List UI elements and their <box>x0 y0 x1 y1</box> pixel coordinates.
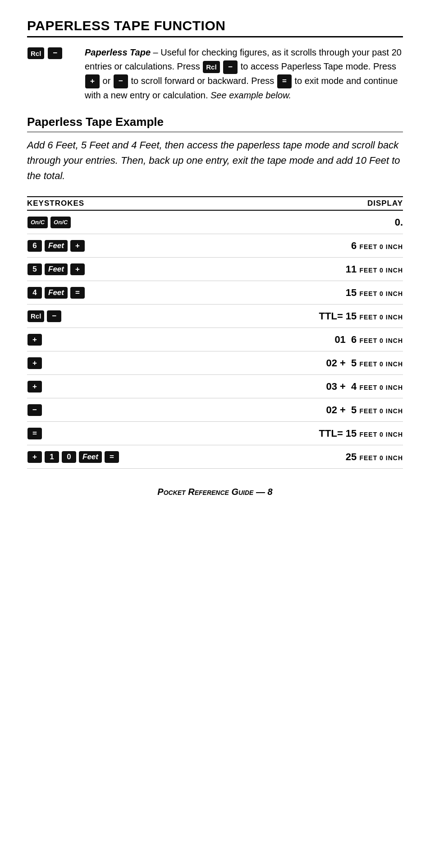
row-display: 03 + 4 FEET 0 INCH <box>153 381 403 392</box>
footer: Pocket Reference Guide — 8 <box>27 487 403 497</box>
table-row: + 01 6 FEET 0 INCH <box>27 328 403 351</box>
feet-key: Feet <box>79 451 102 463</box>
desc-eq-key <box>223 60 238 74</box>
feet-key: Feet <box>45 240 68 252</box>
footer-text: Pocket Reference Guide — 8 <box>157 487 272 497</box>
row-display: 6 FEET 0 INCH <box>153 240 403 252</box>
plus-key: + <box>27 451 42 463</box>
num-1-key: 1 <box>45 451 59 463</box>
equals-key <box>27 428 42 439</box>
subsection-title: Paperless Tape Example <box>27 115 403 129</box>
num-6-key: 6 <box>27 240 42 252</box>
desc-text3: to scroll forward or backward. Press <box>131 76 274 86</box>
row-keys: 6 Feet + <box>27 240 153 252</box>
row-display: 15 FEET 0 INCH <box>153 287 403 299</box>
row-display: 02 + 5 FEET 0 INCH <box>153 404 403 416</box>
desc-equals-key <box>277 74 292 88</box>
table-row: 5 Feet + 11 FEET 0 INCH <box>27 258 403 281</box>
plus-key: + <box>27 334 42 346</box>
onc-key-2 <box>50 217 71 228</box>
sub-divider <box>27 132 403 132</box>
row-keys <box>27 310 153 322</box>
desc-italic: See example below. <box>210 90 291 100</box>
plus-key: + <box>70 240 85 252</box>
minus-key <box>48 47 62 59</box>
rcl-key <box>27 47 44 59</box>
row-keys <box>27 404 153 416</box>
row-keys: + <box>27 334 153 346</box>
rcl-key <box>27 310 44 322</box>
row-display: 11 FEET 0 INCH <box>153 263 403 275</box>
desc-plus-key: + <box>85 74 100 88</box>
onc-key-1 <box>27 217 48 228</box>
example-text: Add 6 Feet, 5 Feet and 4 Feet, then acce… <box>27 138 403 184</box>
minus-key <box>47 310 61 322</box>
row-display: TTL= 15 FEET 0 INCH <box>153 310 403 322</box>
equals-key <box>105 451 119 463</box>
equals-key <box>70 287 85 299</box>
row-keys <box>27 428 153 439</box>
plus-key: + <box>27 357 42 369</box>
header-keystrokes: KEYSTROKES <box>27 199 84 208</box>
table-row: + 1 0 Feet 25 FEET 0 INCH <box>27 445 403 469</box>
function-section: Paperless Tape – Useful for checking fig… <box>27 46 403 102</box>
table-row: 6 Feet + 6 FEET 0 INCH <box>27 234 403 258</box>
row-keys: + 1 0 Feet <box>27 451 153 463</box>
keystroke-table: KEYSTROKES DISPLAY 0. 6 Feet + 6 FEET 0 … <box>27 196 403 469</box>
row-display: 25 FEET 0 INCH <box>153 451 403 463</box>
row-display: TTL= 15 FEET 0 INCH <box>153 428 403 439</box>
page-title: PAPERLESS TAPE FUNCTION <box>27 18 403 33</box>
table-row: TTL= 15 FEET 0 INCH <box>27 422 403 445</box>
table-row: TTL= 15 FEET 0 INCH <box>27 305 403 328</box>
plus-key: + <box>70 263 85 275</box>
num-4-key: 4 <box>27 287 42 299</box>
header-display: DISPLAY <box>367 199 403 208</box>
table-row: 4 Feet 15 FEET 0 INCH <box>27 281 403 305</box>
row-keys <box>27 217 153 228</box>
function-description: Paperless Tape – Useful for checking fig… <box>85 46 403 102</box>
row-display: 01 6 FEET 0 INCH <box>153 334 403 346</box>
desc-text2: to access Paperless Tape mode. Press <box>241 61 396 71</box>
row-keys: 4 Feet <box>27 287 153 299</box>
table-row: + 02 + 5 FEET 0 INCH <box>27 351 403 375</box>
plus-key: + <box>27 381 42 392</box>
num-0-key: 0 <box>62 451 76 463</box>
row-display: 0. <box>153 217 403 228</box>
row-keys: + <box>27 357 153 369</box>
function-title: Paperless Tape <box>85 47 151 57</box>
minus-key <box>27 404 42 416</box>
feet-key: Feet <box>45 263 68 275</box>
row-display: 02 + 5 FEET 0 INCH <box>153 357 403 369</box>
row-keys: 5 Feet + <box>27 263 153 275</box>
desc-or: or <box>103 76 111 86</box>
row-keys: + <box>27 381 153 392</box>
table-row: 0. <box>27 211 403 234</box>
table-row: 02 + 5 FEET 0 INCH <box>27 398 403 422</box>
main-divider <box>27 36 403 37</box>
function-keys <box>27 46 72 102</box>
table-row: + 03 + 4 FEET 0 INCH <box>27 375 403 398</box>
table-header: KEYSTROKES DISPLAY <box>27 196 403 211</box>
feet-key: Feet <box>45 287 68 299</box>
desc-minus-key2 <box>114 74 128 88</box>
num-5-key: 5 <box>27 263 42 275</box>
desc-rcl-key <box>203 61 220 73</box>
